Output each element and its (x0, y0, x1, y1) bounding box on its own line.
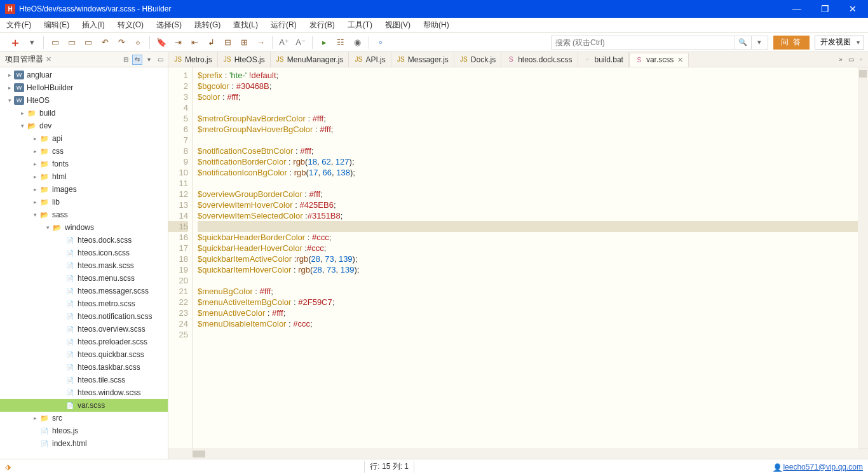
new-dropdown[interactable]: ▾ (25, 36, 38, 49)
tree-row[interactable]: 📄hteos.messager.scss (0, 285, 168, 297)
redo-button[interactable]: ↷ (115, 36, 128, 49)
search-icon[interactable]: 🔍 (735, 36, 752, 50)
tree-row[interactable]: ▾📂windows (0, 221, 168, 234)
close-button[interactable]: ✕ (843, 4, 863, 14)
menu-item[interactable]: 编辑(E) (41, 18, 72, 32)
search-input[interactable] (551, 36, 735, 50)
tree-row[interactable]: ▸📁images (0, 183, 168, 196)
tree-row[interactable]: 📄hteos.taskbar.scss (0, 361, 168, 374)
wrap-button[interactable]: ↲ (205, 36, 217, 49)
tree-row[interactable]: 📄hteos.window.scss (0, 386, 168, 399)
tree-row[interactable]: ▾📂dev (0, 119, 168, 132)
tab-close-icon[interactable]: ✕ (677, 56, 683, 64)
status-indicator-icon[interactable]: ⬗ (5, 463, 11, 471)
menu-item[interactable]: 查找(L) (231, 18, 261, 32)
code-content[interactable]: $prefix : 'hte-' !default;$bgcolor : #30… (193, 67, 858, 449)
editor-tab[interactable]: Shteos.dock.scss (501, 52, 578, 67)
editor-tab[interactable]: JSMenuManager.js (271, 52, 349, 67)
code-line[interactable]: $color : #fff; (198, 91, 858, 102)
tree-row[interactable]: ▸📁css (0, 145, 168, 158)
code-line[interactable] (198, 329, 858, 340)
code-line[interactable] (198, 275, 858, 286)
tree-row[interactable]: ▾📂sass (0, 208, 168, 221)
code-line[interactable]: $notificationBorderColor : rgb(18, 62, 1… (198, 156, 858, 167)
font-decrease-button[interactable]: A⁻ (294, 36, 307, 49)
editor-tab[interactable]: JSMessager.js (391, 52, 454, 67)
view-menu-icon[interactable]: ▾ (144, 55, 154, 65)
debug-button[interactable]: ◉ (351, 36, 363, 49)
user-link[interactable]: 👤 leecho571@vip.qq.com (773, 463, 863, 471)
editor-tab[interactable]: JSAPI.js (349, 52, 391, 67)
run-config-button[interactable]: ☷ (334, 36, 347, 49)
outdent-button[interactable]: ⇤ (188, 36, 201, 49)
code-line[interactable] (198, 221, 858, 232)
code-line[interactable]: $bgcolor : #30468B; (198, 81, 858, 91)
code-line[interactable]: $menuActiveItemBgColor : #2F59C7; (198, 297, 858, 308)
tree-row[interactable]: 📄hteos.notification.scss (0, 310, 168, 323)
minimize-button[interactable]: — (787, 4, 807, 14)
tree-row[interactable]: 📄hteos.preloader.scss (0, 335, 168, 348)
indent-button[interactable]: ⇥ (172, 36, 184, 49)
tree-row[interactable]: 📄hteos.mask.scss (0, 259, 168, 272)
tree-row[interactable]: 📄hteos.icon.scss (0, 247, 168, 259)
code-line[interactable]: $notificationCoseBtnColor : #fff; (198, 146, 858, 156)
tree-row[interactable]: ▸📁api (0, 132, 168, 145)
run-button[interactable]: ▸ (318, 36, 330, 49)
code-line[interactable]: $quickbarHeaderBorderColor : #ccc; (198, 232, 858, 243)
tree-row[interactable]: ▸📁lib (0, 196, 168, 208)
tree-row[interactable]: 📄hteos.quickbar.scss (0, 348, 168, 361)
tree-row[interactable]: ▾WHteOS (0, 94, 168, 107)
code-line[interactable]: $quickbarHeaderHoverColor :#ccc; (198, 243, 858, 254)
tree-row[interactable]: ▸📁fonts (0, 158, 168, 170)
file-tree[interactable]: ▸Wangluar▸WHelloHBuilder▾WHteOS▸📁build▾📂… (0, 67, 168, 459)
code-line[interactable]: $metroGroupNavBorderColor : #fff; (198, 113, 858, 124)
collapse-button[interactable]: ⊟ (221, 36, 234, 49)
code-line[interactable] (198, 102, 858, 113)
new-button[interactable]: ＋ (9, 36, 22, 49)
menu-item[interactable]: 视图(V) (383, 18, 413, 32)
bookmark-button[interactable]: 🔖 (155, 36, 168, 49)
maximize-button[interactable]: ❐ (815, 4, 835, 14)
menu-item[interactable]: 发行(B) (307, 18, 337, 32)
format-button[interactable]: ⟐ (132, 36, 144, 49)
horizontal-scrollbar[interactable] (168, 449, 868, 459)
tree-row[interactable]: ▸📁build (0, 107, 168, 119)
collapse-all-icon[interactable]: ⊟ (121, 55, 131, 65)
menu-item[interactable]: 插入(I) (79, 18, 107, 32)
editor-tab[interactable]: JSMetro.js (168, 52, 218, 67)
search-dropdown[interactable]: ▾ (752, 36, 768, 50)
code-line[interactable] (198, 178, 858, 189)
code-line[interactable]: $metroGroupNavHoverBgColor : #fff; (198, 124, 858, 135)
tree-row[interactable]: ▸📁src (0, 412, 168, 424)
code-line[interactable]: $menuBgColor : #fff; (198, 286, 858, 297)
expand-button[interactable]: ⊞ (238, 36, 250, 49)
editor-tab[interactable]: ▫build.bat (578, 52, 629, 67)
tree-row[interactable]: 📄hteos.menu.scss (0, 272, 168, 285)
copy-button[interactable]: ▭ (82, 36, 95, 49)
code-line[interactable]: $notificationIconBgColor : rgb(17, 66, 1… (198, 167, 858, 178)
code-line[interactable]: $quickbarItemActiveColor :rgb(28, 73, 13… (198, 254, 858, 264)
tree-row[interactable]: ▸Wangluar (0, 69, 168, 81)
editor-tab[interactable]: JSDock.js (454, 52, 501, 67)
editor-tab[interactable]: JSHteOS.js (218, 52, 271, 67)
minimize-panel-icon[interactable]: ▭ (155, 55, 165, 65)
editor-tab[interactable]: Svar.scss✕ (629, 53, 689, 67)
maximize-icon[interactable]: ▫ (857, 55, 865, 64)
save-all-button[interactable]: ▭ (65, 36, 78, 49)
code-line[interactable] (198, 135, 858, 146)
save-button[interactable]: ▭ (49, 36, 62, 49)
menu-item[interactable]: 转义(O) (115, 18, 146, 32)
tree-row[interactable]: ▸📁html (0, 170, 168, 183)
code-line[interactable]: $prefix : 'hte-' !default; (198, 70, 858, 81)
menu-item[interactable]: 帮助(H) (421, 18, 452, 32)
preview-button[interactable]: ▫ (374, 36, 387, 49)
code-line[interactable]: $overviewItemHoverColor : #425EB6; (198, 200, 858, 210)
perspective-select[interactable]: 开发视图 (815, 36, 864, 50)
code-line[interactable]: $overviewGroupBorderColor : #fff; (198, 189, 858, 200)
menu-item[interactable]: 文件(F) (4, 18, 34, 32)
code-line[interactable]: $quickbarItemHoverColor : rgb(28, 73, 13… (198, 264, 858, 275)
tree-row[interactable]: ▸WHelloHBuilder (0, 81, 168, 94)
goto-button[interactable]: → (254, 36, 267, 49)
code-line[interactable]: $menuDisableItemColor : #ccc; (198, 318, 858, 329)
code-line[interactable]: $menuActiveColor : #fff; (198, 308, 858, 318)
